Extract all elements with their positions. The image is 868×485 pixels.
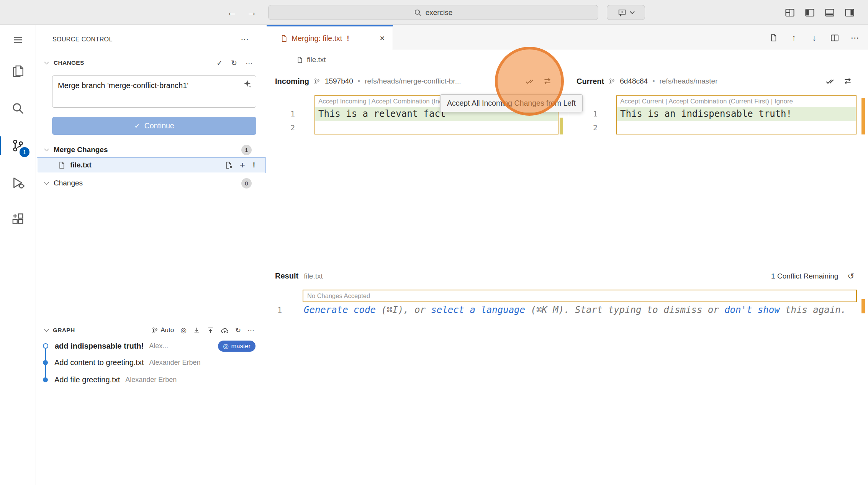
back-button[interactable]: ←: [224, 5, 240, 20]
result-actions: 1 Conflict Remaining ↺: [771, 272, 868, 281]
graph-pane-actions: Auto ◎ ↻ ⋯: [152, 326, 266, 334]
pull-icon[interactable]: [207, 327, 214, 334]
more-actions-icon[interactable]: ⋯: [241, 35, 249, 44]
line-number: 2: [267, 121, 295, 134]
tab-merging-file-txt[interactable]: Merging: file.txt ! ✕: [267, 25, 393, 50]
sidebar-title-row: SOURCE CONTROL ⋯: [52, 34, 254, 45]
merge-changes-group[interactable]: Merge Changes 1: [37, 143, 265, 157]
commit-message-text: Merge branch 'merge-conflict-branch1': [58, 80, 190, 91]
compare-icon[interactable]: [543, 77, 552, 85]
code-line: [315, 121, 558, 134]
toggle-primary-sidebar-button[interactable]: [803, 6, 817, 20]
result-header: Result file.txt 1 Conflict Remaining ↺: [267, 265, 868, 287]
navigate-up-icon[interactable]: ↑: [788, 31, 800, 44]
commit-check-icon[interactable]: ✓: [216, 59, 223, 67]
customize-layout-button[interactable]: [783, 6, 797, 20]
run-debug-icon[interactable]: [9, 174, 27, 192]
dont-show-link[interactable]: don't show: [724, 305, 780, 315]
result-code-line[interactable]: 1 Generate code (⌘I), or select a langua…: [267, 303, 868, 317]
commit-author: Alexander Erben: [125, 376, 177, 384]
scm-badge: 1: [20, 147, 29, 157]
publish-icon[interactable]: [221, 326, 229, 334]
select-language-link[interactable]: select a language: [431, 305, 525, 315]
merge-changes-label: Merge Changes: [54, 146, 108, 154]
file-row-file-txt[interactable]: file.txt + !: [37, 157, 265, 173]
accept-all-incoming-icon[interactable]: [525, 77, 534, 86]
undo-icon[interactable]: ↺: [847, 272, 854, 281]
commit-node-icon: [43, 343, 48, 349]
current-codelens-actions[interactable]: Accept Current | Accept Combination (Cur…: [617, 96, 856, 107]
chat-icon: [618, 8, 626, 17]
editor-actions: ↑ ↓ ⋯: [767, 25, 861, 50]
compare-icon[interactable]: [843, 77, 852, 85]
changes-pane-header[interactable]: CHANGES ✓ ↻ ⋯: [36, 56, 266, 70]
current-header: Current 6d48c84 • refs/heads/master: [568, 69, 868, 93]
check-icon: ✓: [134, 121, 140, 130]
more-actions-icon[interactable]: ⋯: [246, 59, 253, 67]
incoming-ref: refs/heads/merge-conflict-br...: [365, 77, 461, 85]
forward-button[interactable]: →: [244, 5, 260, 20]
code-line: [617, 121, 856, 134]
target-icon: ◎: [223, 342, 228, 350]
extensions-icon[interactable]: [9, 210, 27, 228]
separator-dot: •: [358, 77, 360, 85]
auto-repo-picker[interactable]: Auto: [152, 326, 174, 334]
continue-label: Continue: [144, 121, 174, 130]
explorer-icon[interactable]: [9, 62, 27, 80]
changes-group[interactable]: Changes 0: [37, 176, 265, 190]
commit-row[interactable]: Add content to greeting.txt Alexander Er…: [36, 354, 266, 371]
command-center-search[interactable]: exercise: [268, 5, 598, 20]
graph-pane-header[interactable]: GRAPH Auto ◎ ↻ ⋯: [36, 324, 266, 337]
more-actions-icon[interactable]: ⋯: [848, 31, 861, 44]
fetch-icon[interactable]: [193, 327, 200, 334]
breadcrumb[interactable]: file.txt: [267, 50, 868, 69]
refresh-icon[interactable]: ↻: [231, 59, 237, 67]
commit-message: add indispensable truth!: [55, 342, 144, 351]
generate-code-link[interactable]: Generate code: [304, 305, 376, 315]
branch-ref-badge[interactable]: ◎ master: [218, 341, 255, 352]
continue-button[interactable]: ✓ Continue: [52, 117, 256, 135]
go-to-file-icon[interactable]: [767, 31, 780, 44]
code-line: This is an indispensable truth!: [617, 107, 856, 121]
more-actions-icon[interactable]: ⋯: [247, 326, 254, 334]
commit-message: Add file greeting.txt: [54, 375, 120, 384]
toggle-panel-button[interactable]: [823, 6, 837, 20]
current-commit-hash[interactable]: 6d48c84: [620, 77, 648, 85]
source-control-sidebar: SOURCE CONTROL ⋯ CHANGES ✓ ↻ ⋯ Merge bra…: [36, 25, 266, 485]
commit-row[interactable]: Add file greeting.txt Alexander Erben: [36, 371, 266, 388]
target-icon[interactable]: ◎: [180, 326, 187, 334]
menu-icon[interactable]: [9, 31, 27, 49]
search-view-icon[interactable]: [9, 99, 27, 118]
toggle-secondary-sidebar-button[interactable]: [843, 6, 857, 20]
incoming-code[interactable]: 1 2 Accept Incoming | Accept Combination…: [267, 93, 568, 265]
open-file-icon[interactable]: [224, 161, 232, 169]
file-row-actions: + !: [224, 161, 265, 169]
conflict-status-badge: !: [253, 161, 255, 169]
overview-ruler-marker: [861, 98, 865, 134]
incoming-commit-hash[interactable]: 1597b40: [325, 77, 353, 85]
navigate-down-icon[interactable]: ↓: [808, 31, 821, 44]
commit-row[interactable]: add indispensable truth! Alex... ◎ maste…: [36, 338, 266, 354]
commit-author: Alex...: [149, 342, 168, 350]
result-title: Result: [275, 272, 298, 280]
copilot-menu-button[interactable]: [607, 5, 645, 20]
stage-changes-icon[interactable]: +: [240, 161, 245, 169]
separator-dot: •: [652, 77, 655, 85]
titlebar: ← → exercise: [0, 0, 868, 25]
sparkle-icon[interactable]: [243, 80, 251, 88]
incoming-header: Incoming 1597b40 • refs/heads/merge-conf…: [267, 69, 568, 93]
split-editor-icon[interactable]: [828, 31, 841, 44]
inline-suggestion-ghost-text: Generate code (⌘I), or select a language…: [304, 303, 846, 317]
sidebar-title: SOURCE CONTROL: [52, 36, 113, 43]
current-code[interactable]: 1 2 Accept Current | Accept Combination …: [568, 93, 868, 265]
git-branch-icon: [609, 78, 615, 85]
incoming-title: Incoming: [275, 77, 309, 86]
commit-author: Alexander Erben: [149, 359, 201, 367]
commit-message: Add content to greeting.txt: [54, 358, 144, 367]
layout-controls: [783, 5, 857, 20]
overview-ruler-marker: [861, 299, 865, 313]
commit-message-input[interactable]: Merge branch 'merge-conflict-branch1': [52, 75, 256, 108]
close-icon[interactable]: ✕: [380, 34, 385, 43]
accept-all-current-icon[interactable]: [825, 77, 834, 86]
refresh-icon[interactable]: ↻: [235, 326, 241, 334]
